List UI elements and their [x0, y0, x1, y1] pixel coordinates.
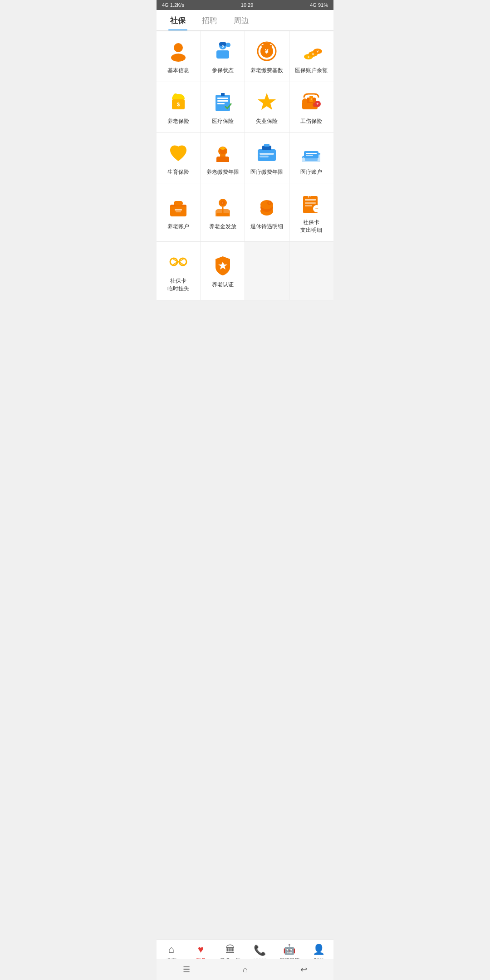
svg-text:¥−: ¥− — [308, 195, 311, 198]
svg-rect-45 — [304, 151, 318, 158]
pension-auth-icon — [211, 254, 235, 277]
medical-balance-label: 医保账户余额 — [295, 67, 328, 74]
work-injury-insurance-icon: + + — [299, 90, 323, 114]
svg-rect-49 — [174, 201, 183, 206]
pension-base-label: 养老缴费基数 — [250, 67, 283, 74]
svg-text:¥: ¥ — [307, 55, 310, 59]
svg-rect-25 — [217, 103, 225, 104]
grid-item-empty-2 — [289, 242, 334, 300]
pension-payment-icon: + — [211, 196, 235, 219]
grid-item-pension-payment[interactable]: + 养老金发放 — [201, 183, 245, 242]
medical-account-icon — [299, 141, 323, 165]
pension-account-label: 养老账户 — [167, 223, 189, 230]
insurance-status-icon: 5 — [211, 39, 235, 63]
tab-shebao[interactable]: 社保 — [162, 10, 194, 30]
svg-rect-11 — [263, 43, 270, 45]
status-right: 4G 91% — [310, 2, 328, 8]
svg-text:−: − — [315, 206, 318, 212]
service-grid: 基本信息 5 参保状态 ¥ 养老缴费基数 — [157, 31, 333, 300]
svg-rect-62 — [305, 199, 316, 201]
grid-item-pension-base[interactable]: ¥ 养老缴费基数 — [245, 31, 289, 82]
svg-marker-26 — [258, 93, 276, 110]
medical-balance-icon: ¥ ¥ ¥ — [299, 39, 323, 63]
svg-text:¥: ¥ — [265, 48, 269, 55]
tab-bar: 社保 招聘 周边 — [157, 10, 333, 31]
status-time: 10:29 — [241, 2, 254, 8]
status-bar: 4G 1.2K/s 10:29 4G 91% — [157, 0, 333, 10]
work-injury-insurance-label: 工伤保险 — [300, 118, 322, 125]
medical-years-icon — [255, 141, 279, 165]
svg-point-60 — [269, 202, 270, 204]
grid-item-basic-info[interactable]: 基本信息 — [157, 31, 201, 82]
svg-rect-40 — [260, 153, 274, 155]
grid-item-insurance-status[interactable]: 5 参保状态 — [201, 31, 245, 82]
grid-item-pension-insurance[interactable]: $ $ 养老保险 — [157, 82, 201, 133]
svg-text:¥: ¥ — [312, 52, 314, 56]
svg-rect-64 — [305, 205, 312, 206]
medical-years-label: 医疗缴费年限 — [250, 168, 283, 176]
grid-item-unemployment-insurance[interactable]: 失业保险 — [245, 82, 289, 133]
grid-item-medical-balance[interactable]: ¥ ¥ ¥ 医保账户余额 — [289, 31, 334, 82]
grid-item-card-suspend[interactable]: 社保卡临时挂失 — [157, 242, 201, 300]
card-suspend-icon — [167, 250, 190, 274]
signal-text: 4G 1.2K/s — [162, 2, 184, 8]
svg-text:¥: ¥ — [316, 49, 319, 54]
svg-text:+: + — [221, 201, 224, 205]
basic-info-label: 基本信息 — [167, 67, 189, 74]
unemployment-insurance-icon — [255, 90, 279, 114]
svg-text:+: + — [310, 98, 312, 101]
grid-item-social-card-expense[interactable]: − ¥− 社保卡支出明细 — [289, 183, 334, 242]
maternity-insurance-label: 生育保险 — [167, 168, 189, 176]
basic-info-icon — [167, 39, 190, 63]
maternity-insurance-icon — [167, 141, 190, 165]
svg-rect-23 — [217, 98, 228, 99]
pension-insurance-icon: $ $ — [167, 90, 190, 114]
grid-item-medical-account[interactable]: 医疗账户 — [289, 133, 334, 184]
grid-item-empty-1 — [245, 242, 289, 300]
grid-item-maternity-insurance[interactable]: 生育保险 — [157, 133, 201, 184]
svg-rect-46 — [306, 153, 317, 154]
svg-rect-43 — [264, 144, 270, 147]
pension-base-icon: ¥ — [255, 39, 279, 63]
pension-auth-label: 养老认证 — [212, 281, 234, 289]
medical-insurance-icon — [211, 90, 235, 114]
retirement-detail-label: 退休待遇明细 — [250, 223, 283, 230]
grid-item-retirement-detail[interactable]: 退休待遇明细 — [245, 183, 289, 242]
svg-rect-51 — [176, 211, 181, 212]
grid-item-medical-insurance[interactable]: 医疗保险 — [201, 82, 245, 133]
grid-item-medical-years[interactable]: 医疗缴费年限 — [245, 133, 289, 184]
medical-account-label: 医疗账户 — [300, 168, 322, 176]
svg-rect-63 — [305, 202, 316, 204]
svg-text:$: $ — [177, 102, 180, 107]
svg-rect-3 — [216, 50, 229, 59]
social-card-expense-icon: − ¥− — [299, 191, 323, 215]
svg-rect-47 — [306, 155, 313, 156]
social-card-expense-label: 社保卡支出明细 — [300, 219, 322, 234]
grid-item-pension-auth[interactable]: 养老认证 — [201, 242, 245, 300]
battery-text: 4G 91% — [310, 2, 328, 8]
tab-zhaopin[interactable]: 招聘 — [194, 10, 225, 30]
svg-rect-39 — [258, 149, 276, 161]
pension-payment-label: 养老金发放 — [209, 223, 236, 230]
grid-item-work-injury-insurance[interactable]: + + 工伤保险 — [289, 82, 334, 133]
svg-point-1 — [171, 54, 186, 62]
retirement-detail-icon — [255, 196, 279, 219]
medical-insurance-label: 医疗保险 — [212, 118, 234, 125]
svg-point-6 — [226, 43, 230, 47]
tab-zhoubian[interactable]: 周边 — [225, 10, 257, 30]
grid-item-pension-years[interactable]: 养老缴费年限 — [201, 133, 245, 184]
svg-rect-50 — [175, 209, 182, 211]
pension-account-icon — [167, 196, 190, 219]
svg-rect-41 — [260, 156, 269, 157]
insurance-status-label: 参保状态 — [212, 67, 234, 74]
status-left: 4G 1.2K/s — [162, 2, 184, 8]
svg-rect-10 — [261, 45, 272, 47]
svg-rect-24 — [217, 100, 228, 102]
unemployment-insurance-label: 失业保险 — [256, 118, 278, 125]
svg-point-38 — [220, 147, 225, 150]
card-suspend-label: 社保卡临时挂失 — [167, 277, 189, 293]
gray-area — [157, 300, 333, 391]
pension-insurance-label: 养老保险 — [167, 118, 189, 125]
pension-years-icon — [211, 141, 235, 165]
grid-item-pension-account[interactable]: 养老账户 — [157, 183, 201, 242]
